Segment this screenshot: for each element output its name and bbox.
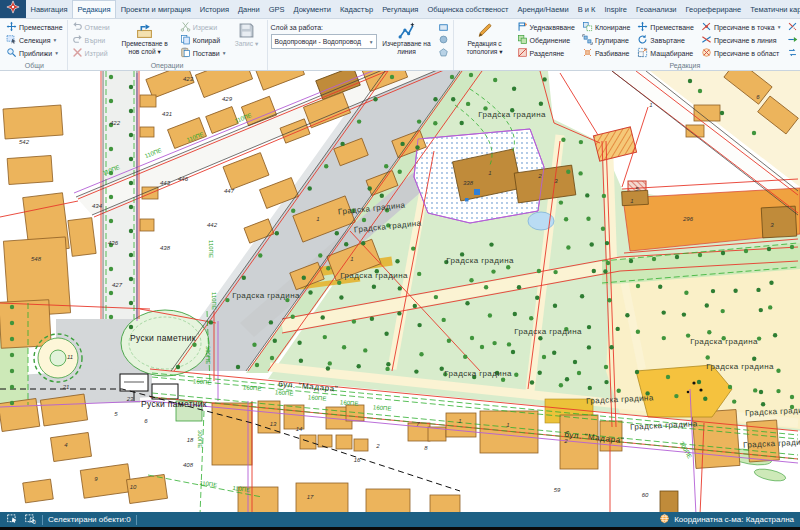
cadastral-map[interactable]: Градска градинаГрадска градинаГрадска гр… bbox=[0, 71, 800, 512]
button-върни[interactable]: Върни bbox=[71, 34, 111, 46]
tree-symbol bbox=[607, 298, 611, 302]
tree-symbol bbox=[109, 219, 113, 223]
dropdown-arrow-icon[interactable]: ▾ bbox=[53, 37, 56, 43]
tree-symbol bbox=[698, 89, 702, 93]
globe-icon bbox=[659, 513, 670, 526]
tab-gps[interactable]: GPS bbox=[264, 0, 289, 18]
button-изтрий[interactable]: Изтрий bbox=[71, 47, 111, 59]
button-разбиване[interactable]: Разбиване bbox=[581, 47, 631, 59]
button-обединение[interactable]: Обединение bbox=[516, 34, 576, 46]
tab-общинска-собственост[interactable]: Общинска собственост bbox=[423, 0, 513, 18]
button-пресичане-в-област[interactable]: Пресичане в област bbox=[700, 47, 782, 59]
tree-symbol bbox=[733, 289, 737, 293]
area-label: Градска градина bbox=[690, 337, 758, 346]
button-мащабиране[interactable]: Мащабиране bbox=[636, 47, 695, 59]
tab-inspire[interactable]: Inspire bbox=[600, 0, 632, 18]
button-пресичане-в-точка[interactable]: Пресичане в точка▾ bbox=[700, 21, 782, 33]
tab-навигация[interactable]: Навигация bbox=[26, 0, 72, 18]
menu-tabs: НавигацияРедакцияПроекти и миграцияИстор… bbox=[26, 0, 800, 18]
tree-symbol bbox=[720, 111, 724, 115]
tree-symbol bbox=[417, 272, 421, 276]
button-преместване[interactable]: Преместване bbox=[636, 21, 695, 33]
del-icon bbox=[72, 47, 83, 59]
tree-symbol bbox=[129, 325, 133, 329]
tree-symbol bbox=[340, 142, 344, 146]
tree-symbol bbox=[587, 345, 591, 349]
button-завъртане[interactable]: Завъртане bbox=[636, 34, 695, 46]
coordinate-system-label[interactable]: Координатна с-ма: Кадастрална bbox=[674, 515, 794, 524]
tab-аренди-наеми[interactable]: Аренди/Наеми bbox=[513, 0, 573, 18]
tree-symbol bbox=[433, 97, 437, 101]
button-изрежи[interactable]: Изрежи bbox=[179, 21, 227, 33]
deselect-objects-icon[interactable]: 0 bbox=[24, 513, 37, 527]
tree-symbol bbox=[109, 315, 113, 319]
button-редакция-с-топология[interactable]: Редакция с топология ▾ bbox=[457, 20, 513, 55]
area-label: Градска градина bbox=[706, 362, 774, 371]
button-копирай[interactable]: Копирай bbox=[179, 34, 227, 46]
tab-редакция[interactable]: Редакция bbox=[72, 0, 116, 18]
parcel-number: 1 bbox=[350, 256, 353, 262]
tab-документи[interactable]: Документи bbox=[289, 0, 335, 18]
tree-symbol bbox=[604, 380, 608, 384]
tree-symbol bbox=[397, 311, 401, 315]
building bbox=[140, 95, 156, 107]
tab-проекти-и-миграция[interactable]: Проекти и миграция bbox=[116, 0, 195, 18]
tree-symbol bbox=[553, 270, 557, 274]
tab-регулация[interactable]: Регулация bbox=[378, 0, 423, 18]
button-запис[interactable]: Запис ▾ bbox=[230, 20, 264, 48]
button-label: Редакция с топология ▾ bbox=[459, 40, 511, 55]
button-разделяне[interactable]: Разделяне bbox=[516, 47, 576, 59]
button-отсичане[interactable]: Отсичане bbox=[786, 21, 800, 33]
parcel-number: 296 bbox=[682, 216, 694, 222]
button-circletool[interactable] bbox=[437, 35, 450, 46]
dropdown-arrow-icon[interactable]: ▾ bbox=[223, 50, 226, 56]
building bbox=[660, 491, 678, 512]
building bbox=[0, 300, 51, 349]
dropdown-arrow-icon[interactable]: ▾ bbox=[778, 24, 781, 30]
tree-symbol bbox=[417, 323, 421, 327]
tree-symbol bbox=[357, 364, 361, 368]
tree-symbol bbox=[339, 295, 343, 299]
button-клониране[interactable]: Клониране bbox=[581, 21, 631, 33]
tab-данни[interactable]: Данни bbox=[233, 0, 264, 18]
button-удължаване[interactable]: Удължаване bbox=[786, 34, 800, 46]
tree-symbol bbox=[380, 194, 384, 198]
map-viewport[interactable]: Градска градинаГрадска градинаГрадска гр… bbox=[0, 71, 800, 512]
button-polytool[interactable] bbox=[437, 47, 450, 58]
tree-symbol bbox=[419, 352, 423, 356]
working-layer-select[interactable]: Водопроводи - Водопровод▾ bbox=[271, 34, 377, 49]
button-recttool[interactable] bbox=[437, 22, 450, 33]
area-label: Градска градина bbox=[478, 110, 546, 119]
app-logo-button[interactable] bbox=[0, 0, 26, 18]
select-objects-icon[interactable] bbox=[6, 513, 19, 527]
tree-symbol bbox=[588, 386, 592, 390]
button-label: Завъртане bbox=[650, 37, 685, 44]
tab-история[interactable]: История bbox=[195, 0, 233, 18]
button-групиране[interactable]: Групиране bbox=[581, 34, 631, 46]
tab-георефериране[interactable]: Георефериране bbox=[681, 0, 746, 18]
tab-кадастър[interactable]: Кадастър bbox=[336, 0, 378, 18]
button-уеднаквяване[interactable]: Уеднаквяване bbox=[516, 21, 576, 33]
parcel-number: 436 bbox=[108, 240, 119, 246]
button-отмени[interactable]: Отмени bbox=[71, 21, 111, 33]
button-преместване[interactable]: Преместване bbox=[5, 21, 64, 33]
tree-symbol bbox=[344, 242, 348, 246]
tab-тематични-карти[interactable]: Тематични карти bbox=[746, 0, 800, 18]
scale-icon bbox=[637, 47, 648, 59]
contour-label: 300ПЕ bbox=[205, 346, 211, 364]
button-постави[interactable]: Постави▾ bbox=[179, 47, 227, 59]
tab-геоанализи[interactable]: Геоанализи bbox=[631, 0, 681, 18]
building bbox=[140, 127, 154, 137]
tab-в-и-к[interactable]: В и К bbox=[573, 0, 600, 18]
dropdown-arrow-icon[interactable]: ▾ bbox=[370, 39, 373, 45]
button-преместване-в-нов-слой[interactable]: Преместване в нов слой ▾ bbox=[114, 20, 176, 55]
tree-symbol bbox=[629, 259, 633, 263]
button-приближи[interactable]: Приближи▾ bbox=[5, 47, 64, 59]
button-пресичане-в-линия[interactable]: Пресичане в линия bbox=[700, 34, 782, 46]
tree-symbol bbox=[269, 320, 273, 324]
dropdown-arrow-icon[interactable]: ▾ bbox=[55, 50, 58, 56]
button-смяна-посоката[interactable]: Смяна посоката bbox=[786, 47, 800, 59]
tree-symbol bbox=[585, 193, 589, 197]
button-селекция[interactable]: Селекция▾ bbox=[5, 34, 64, 46]
button-изчертаване-на-линия[interactable]: Изчертаване на линия bbox=[380, 20, 434, 55]
